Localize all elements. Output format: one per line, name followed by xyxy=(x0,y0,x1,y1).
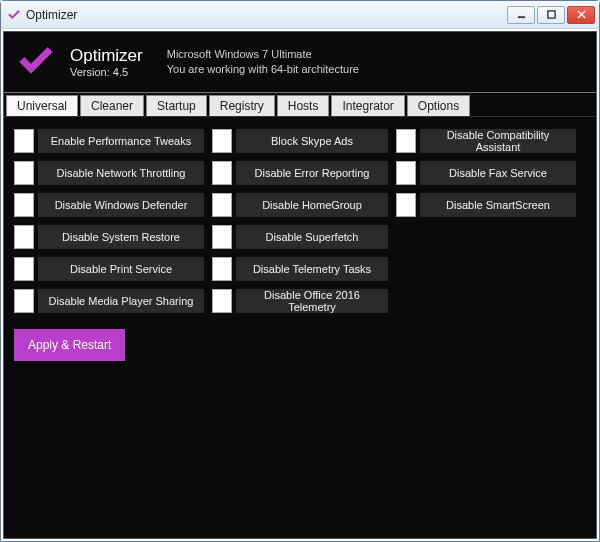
options-column-2: Block Skype Ads Disable Error Reporting … xyxy=(212,129,388,313)
tab-registry[interactable]: Registry xyxy=(209,95,275,116)
app-version: Version: 4.5 xyxy=(70,66,143,78)
app-name: Optimizer xyxy=(70,46,143,66)
tab-content: Enable Performance Tweaks Disable Networ… xyxy=(4,117,596,538)
svg-rect-1 xyxy=(547,11,554,18)
option-office-telemetry: Disable Office 2016 Telemetry xyxy=(212,289,388,313)
option-label[interactable]: Disable Telemetry Tasks xyxy=(236,257,388,281)
os-line: Microsoft Windows 7 Ultimate xyxy=(167,47,359,62)
checkbox[interactable] xyxy=(14,257,34,281)
checkbox[interactable] xyxy=(14,129,34,153)
client-area: Optimizer Version: 4.5 Microsoft Windows… xyxy=(3,31,597,539)
checkbox[interactable] xyxy=(212,193,232,217)
tab-cleaner[interactable]: Cleaner xyxy=(80,95,144,116)
option-error-reporting: Disable Error Reporting xyxy=(212,161,388,185)
checkbox[interactable] xyxy=(14,289,34,313)
option-homegroup: Disable HomeGroup xyxy=(212,193,388,217)
option-label[interactable]: Disable Fax Service xyxy=(420,161,576,185)
option-label[interactable]: Disable Compatibility Assistant xyxy=(420,129,576,153)
close-button[interactable] xyxy=(567,6,595,24)
tab-hosts[interactable]: Hosts xyxy=(277,95,330,116)
tabbar: Universal Cleaner Startup Registry Hosts… xyxy=(4,92,596,117)
option-compatibility-assistant: Disable Compatibility Assistant xyxy=(396,129,576,153)
option-network-throttling: Disable Network Throttling xyxy=(14,161,204,185)
option-label[interactable]: Disable HomeGroup xyxy=(236,193,388,217)
checkbox[interactable] xyxy=(212,161,232,185)
window-controls xyxy=(507,6,595,24)
option-label[interactable]: Disable Superfetch xyxy=(236,225,388,249)
titlebar[interactable]: Optimizer xyxy=(1,1,599,29)
option-label[interactable]: Disable SmartScreen xyxy=(420,193,576,217)
app-icon xyxy=(7,8,21,22)
logo-checkmark-icon xyxy=(16,42,56,82)
option-label[interactable]: Disable Error Reporting xyxy=(236,161,388,185)
options-grid: Enable Performance Tweaks Disable Networ… xyxy=(14,129,586,313)
tab-universal[interactable]: Universal xyxy=(6,95,78,116)
minimize-button[interactable] xyxy=(507,6,535,24)
option-label[interactable]: Block Skype Ads xyxy=(236,129,388,153)
tab-options[interactable]: Options xyxy=(407,95,470,116)
option-performance-tweaks: Enable Performance Tweaks xyxy=(14,129,204,153)
option-label[interactable]: Disable Office 2016 Telemetry xyxy=(236,289,388,313)
app-meta: Optimizer Version: 4.5 xyxy=(70,46,143,78)
checkbox[interactable] xyxy=(14,193,34,217)
checkbox[interactable] xyxy=(212,289,232,313)
tab-integrator[interactable]: Integrator xyxy=(331,95,404,116)
option-smartscreen: Disable SmartScreen xyxy=(396,193,576,217)
option-label[interactable]: Enable Performance Tweaks xyxy=(38,129,204,153)
option-label[interactable]: Disable Print Service xyxy=(38,257,204,281)
checkbox[interactable] xyxy=(14,225,34,249)
option-print-service: Disable Print Service xyxy=(14,257,204,281)
option-system-restore: Disable System Restore xyxy=(14,225,204,249)
app-window: Optimizer Optimizer Version: 4.5 Microso… xyxy=(0,0,600,542)
option-windows-defender: Disable Windows Defender xyxy=(14,193,204,217)
system-meta: Microsoft Windows 7 Ultimate You are wor… xyxy=(167,47,359,78)
options-column-3: Disable Compatibility Assistant Disable … xyxy=(396,129,576,313)
maximize-button[interactable] xyxy=(537,6,565,24)
apply-restart-button[interactable]: Apply & Restart xyxy=(14,329,125,361)
option-media-player-sharing: Disable Media Player Sharing xyxy=(14,289,204,313)
option-label[interactable]: Disable System Restore xyxy=(38,225,204,249)
options-column-1: Enable Performance Tweaks Disable Networ… xyxy=(14,129,204,313)
app-header: Optimizer Version: 4.5 Microsoft Windows… xyxy=(4,32,596,92)
svg-rect-0 xyxy=(517,16,524,18)
option-fax-service: Disable Fax Service xyxy=(396,161,576,185)
checkbox[interactable] xyxy=(396,161,416,185)
option-label[interactable]: Disable Windows Defender xyxy=(38,193,204,217)
checkbox[interactable] xyxy=(212,129,232,153)
tab-startup[interactable]: Startup xyxy=(146,95,207,116)
arch-line: You are working with 64-bit architecture xyxy=(167,62,359,77)
checkbox[interactable] xyxy=(212,257,232,281)
checkbox[interactable] xyxy=(212,225,232,249)
checkbox[interactable] xyxy=(396,193,416,217)
window-title: Optimizer xyxy=(26,8,507,22)
option-label[interactable]: Disable Media Player Sharing xyxy=(38,289,204,313)
checkbox[interactable] xyxy=(396,129,416,153)
option-superfetch: Disable Superfetch xyxy=(212,225,388,249)
option-block-skype-ads: Block Skype Ads xyxy=(212,129,388,153)
checkbox[interactable] xyxy=(14,161,34,185)
option-label[interactable]: Disable Network Throttling xyxy=(38,161,204,185)
option-telemetry-tasks: Disable Telemetry Tasks xyxy=(212,257,388,281)
